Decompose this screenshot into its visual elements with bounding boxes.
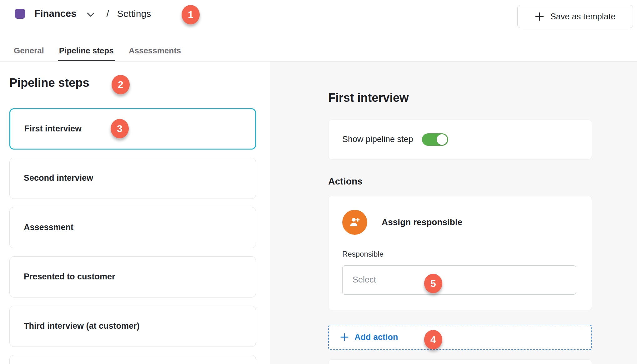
step-label: Third interview (at customer) [24,321,140,331]
annotation-badge-3: 3 [111,119,129,138]
step-label: First interview [24,124,82,134]
next-card-partial [328,359,592,364]
save-as-template-label: Save as template [550,12,616,22]
person-add-icon [342,210,367,235]
save-as-template-button[interactable]: Save as template [517,5,633,28]
workspace-icon [15,9,25,19]
tab-bar: General Pipeline steps Assessments [13,46,195,61]
topbar: Finances / Settings Save as template Gen… [0,0,637,61]
workspace-name[interactable]: Finances [34,8,76,19]
pipeline-steps-title: Pipeline steps [9,76,270,90]
tab-pipeline-steps[interactable]: Pipeline steps [58,46,115,61]
settings-page: Finances / Settings Save as template Gen… [0,0,637,364]
responsible-field-label: Responsible [342,250,578,258]
step-card-first-interview[interactable]: First interview [9,108,256,150]
step-label: Presented to customer [24,272,115,282]
add-action-button[interactable]: Add action [328,325,592,350]
assign-responsible-card: Assign responsible Responsible Select [328,196,592,310]
toggle-knob [437,134,447,145]
tab-general[interactable]: General [13,46,45,61]
show-pipeline-step-card: Show pipeline step [328,120,592,160]
step-label: Second interview [24,173,93,183]
show-pipeline-step-toggle[interactable] [422,133,448,146]
plus-icon [535,12,544,21]
annotation-badge-2: 2 [112,75,130,94]
chevron-down-icon[interactable] [87,12,94,17]
annotation-badge-1: 1 [182,5,200,24]
breadcrumb-separator: / [106,8,109,19]
annotation-badge-4: 4 [424,330,442,349]
pipeline-steps-panel: Pipeline steps First interview Second in… [0,61,270,364]
step-detail-title: First interview [328,91,637,105]
actions-title: Actions [328,176,637,187]
tab-assessments[interactable]: Assessments [128,46,183,61]
action-header: Assign responsible [342,210,578,235]
breadcrumb: Finances / Settings [15,7,151,21]
responsible-select[interactable]: Select [342,265,576,295]
step-list: First interview Second interview Assessm… [9,108,270,364]
show-pipeline-step-label: Show pipeline step [342,135,413,144]
step-card-third-interview[interactable]: Third interview (at customer) [9,306,256,347]
page-title: Settings [117,8,151,19]
step-card-second-interview[interactable]: Second interview [9,158,256,199]
plus-icon [340,333,349,342]
action-title: Assign responsible [382,217,462,227]
step-detail-panel: First interview Show pipeline step Actio… [270,61,637,364]
step-card-assessment[interactable]: Assessment [9,207,256,248]
step-card-presented-to-customer[interactable]: Presented to customer [9,256,256,298]
annotation-badge-5: 5 [424,274,442,293]
step-card-partial[interactable] [9,355,256,364]
add-action-label: Add action [354,332,398,342]
select-placeholder: Select [353,275,376,285]
step-label: Assessment [24,223,73,232]
